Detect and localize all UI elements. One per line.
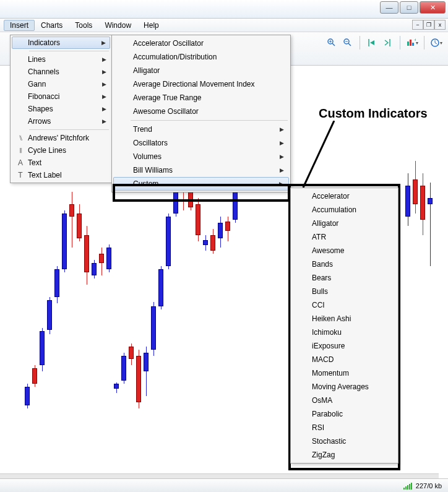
menu-item-label: Text Label <box>28 171 106 179</box>
custom-indicator-accelerator[interactable]: Accelerator <box>292 189 397 203</box>
candlestick <box>99 248 104 275</box>
custom-indicator-rsi[interactable]: RSI <box>292 421 397 434</box>
insert-item-gann[interactable]: Gann▶ <box>12 78 110 90</box>
cycle-lines-icon: ⦀ <box>13 146 28 155</box>
custom-indicator-osma[interactable]: OsMA <box>292 394 397 407</box>
candlestick <box>40 328 45 371</box>
menu-item-label: Accelerator Oscillator <box>133 39 204 48</box>
insert-item-channels[interactable]: Channels▶ <box>12 66 110 78</box>
custom-indicator-bands[interactable]: Bands <box>292 257 397 271</box>
indicator-item-trend[interactable]: Trend▶ <box>113 123 289 136</box>
indicator-item-bill-williams[interactable]: Bill Williams▶ <box>113 163 289 177</box>
candlestick <box>92 260 97 278</box>
menu-charts[interactable]: Charts <box>35 20 69 31</box>
custom-indicator-macd[interactable]: MACD <box>292 353 397 366</box>
candlestick <box>114 382 119 393</box>
submenu-arrow-icon: ▶ <box>102 69 106 75</box>
submenu-arrow-icon: ▶ <box>102 106 106 112</box>
submenu-arrow-icon: ▶ <box>280 167 284 173</box>
menu-help[interactable]: Help <box>137 20 165 31</box>
window-titlebar: — □ ✕ <box>0 0 448 19</box>
custom-indicator-zigzag[interactable]: ZigZag <box>292 448 397 462</box>
scroll-icon[interactable] <box>381 36 395 50</box>
candlestick <box>62 210 67 272</box>
zoom-out-icon[interactable] <box>341 36 355 50</box>
insert-item-cycle-lines[interactable]: ⦀Cycle Lines <box>12 144 110 157</box>
candlestick <box>136 350 141 408</box>
menu-item-label: Indicators <box>28 38 106 47</box>
insert-item-andrews-pitchfork[interactable]: ⑊Andrews' Pitchfork <box>12 132 110 144</box>
menu-item-label: Cycle Lines <box>28 146 106 155</box>
menu-window[interactable]: Window <box>98 20 137 31</box>
custom-indicator-ichimoku[interactable]: Ichimoku <box>292 326 397 339</box>
periodicity-icon[interactable]: ▾ <box>429 36 443 50</box>
custom-indicator-iexposure[interactable]: iExposure <box>292 339 397 353</box>
menu-item-label: Average Directional Movement Index <box>133 80 255 88</box>
indicator-item-volumes[interactable]: Volumes▶ <box>113 150 289 163</box>
insert-item-text[interactable]: AText <box>12 157 110 169</box>
window-minimize-button[interactable]: — <box>380 1 398 14</box>
candlestick <box>158 266 163 309</box>
menu-item-label: Trend <box>133 125 152 134</box>
menu-item-label: Awesome Oscillator <box>133 107 199 116</box>
indicator-item-average-directional-movement-index[interactable]: Average Directional Movement Index <box>113 77 289 91</box>
candlestick <box>420 173 425 235</box>
submenu-arrow-icon: ▶ <box>102 56 106 63</box>
text-icon: A <box>13 158 28 167</box>
insert-item-text-label[interactable]: TText Label <box>12 169 110 181</box>
custom-indicator-heiken-ashi[interactable]: Heiken Ashi <box>292 312 397 326</box>
menu-insert[interactable]: Insert <box>4 20 35 31</box>
candlestick <box>210 229 215 254</box>
indicator-item-alligator[interactable]: Alligator <box>113 64 289 77</box>
custom-indicator-moving-averages[interactable]: Moving Averages <box>292 380 397 394</box>
step-icon[interactable] <box>365 36 379 50</box>
insert-item-fibonacci[interactable]: Fibonacci▶ <box>12 90 110 103</box>
custom-indicator-cci[interactable]: CCI <box>292 298 397 312</box>
custom-indicator-accumulation[interactable]: Accumulation <box>292 203 397 217</box>
zoom-in-icon[interactable] <box>325 36 338 50</box>
insert-item-shapes[interactable]: Shapes▶ <box>12 103 110 115</box>
insert-item-lines[interactable]: Lines▶ <box>12 53 110 66</box>
candlestick <box>428 183 433 266</box>
inner-close-button[interactable]: x <box>434 20 446 30</box>
indicator-item-awesome-oscillator[interactable]: Awesome Oscillator <box>113 105 289 118</box>
indicator-item-accelerator-oscillator[interactable]: Accelerator Oscillator <box>113 37 289 50</box>
candlestick <box>151 302 156 356</box>
menu-item-label: Arrows <box>28 117 106 126</box>
indicator-item-custom[interactable]: Custom▶ <box>113 177 289 191</box>
insert-item-indicators[interactable]: Indicators▶ <box>12 37 110 49</box>
text-label-icon: T <box>13 171 28 179</box>
svg-line-16 <box>303 121 334 188</box>
inner-minimize-button[interactable]: − <box>412 20 423 30</box>
indicator-item-oscillators[interactable]: Oscillators▶ <box>113 136 289 150</box>
custom-indicator-awesome[interactable]: Awesome <box>292 244 397 257</box>
window-maximize-button[interactable]: □ <box>400 1 418 14</box>
indicator-item-accumulation-distribution[interactable]: Accumulation/Distribution <box>113 50 289 64</box>
submenu-arrow-icon: ▶ <box>279 181 283 187</box>
connection-bars-icon <box>403 482 412 490</box>
menu-item-label: Andrews' Pitchfork <box>28 134 106 142</box>
andrews-pitchfork-icon: ⑊ <box>13 134 28 142</box>
menu-item-label: Average True Range <box>133 93 202 102</box>
candlestick <box>129 343 134 365</box>
menu-item-label: Shapes <box>28 105 106 113</box>
custom-indicator-atr[interactable]: ATR <box>292 230 397 244</box>
custom-indicator-momentum[interactable]: Momentum <box>292 366 397 380</box>
menu-tools[interactable]: Tools <box>69 20 98 31</box>
candlestick <box>121 353 126 384</box>
custom-indicator-bulls[interactable]: Bulls <box>292 285 397 298</box>
submenu-arrow-icon: ▶ <box>280 140 284 146</box>
window-close-button[interactable]: ✕ <box>420 1 446 14</box>
custom-indicator-bears[interactable]: Bears <box>292 271 397 285</box>
custom-indicator-parabolic[interactable]: Parabolic <box>292 407 397 421</box>
candlestick <box>413 161 418 214</box>
indicator-item-average-true-range[interactable]: Average True Range <box>113 91 289 105</box>
chart-tab-strip <box>0 473 439 478</box>
inner-restore-button[interactable]: ❐ <box>423 20 434 30</box>
svg-line-5 <box>348 43 351 46</box>
custom-indicator-stochastic[interactable]: Stochastic <box>292 434 397 448</box>
svg-rect-11 <box>412 43 414 46</box>
insert-item-arrows[interactable]: Arrows▶ <box>12 115 110 127</box>
custom-indicator-alligator[interactable]: Alligator <box>292 217 397 230</box>
add-indicator-icon[interactable]: +▾ <box>405 36 419 50</box>
